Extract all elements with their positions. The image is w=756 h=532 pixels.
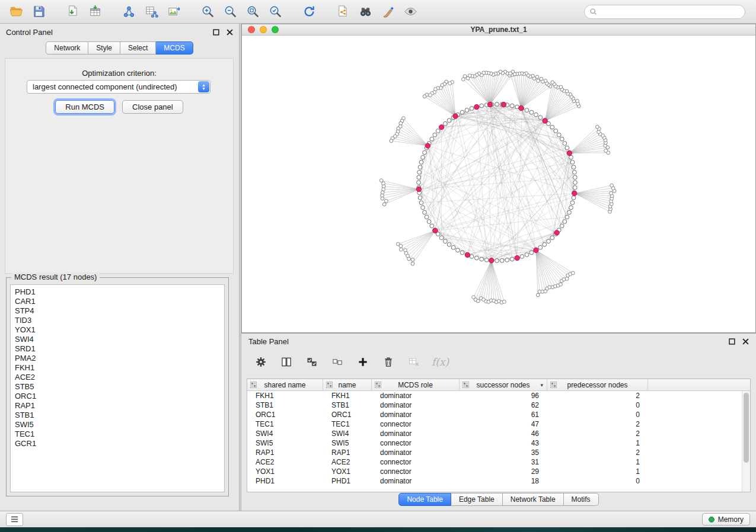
column-label: name: [338, 381, 356, 389]
mcds-list-item[interactable]: PHD1: [15, 287, 224, 297]
run-mcds-button[interactable]: Run MCDS: [55, 100, 114, 114]
mcds-list-item[interactable]: SWI4: [15, 335, 224, 344]
mcds-list-item[interactable]: SRD1: [15, 344, 224, 354]
table-cell: ACE2: [247, 458, 323, 466]
tab-edge-table[interactable]: Edge Table: [451, 493, 503, 506]
mcds-list-item[interactable]: PMA2: [15, 354, 224, 363]
zoom-selected-button[interactable]: [265, 2, 286, 21]
column-header-successor-nodes[interactable]: successor nodes▾: [460, 379, 547, 390]
table-cell: PHD1: [323, 477, 372, 485]
add-row-button[interactable]: [355, 354, 371, 370]
table-header-row: shared namenameMCDS rolesuccessor nodes▾…: [247, 379, 750, 391]
table-row[interactable]: YOX1YOX1connector291: [247, 467, 750, 476]
table-row[interactable]: STB1STB1dominator620: [247, 400, 750, 410]
show-hide-graphics-button[interactable]: [400, 2, 421, 21]
table-cell: connector: [372, 420, 460, 428]
delete-row-button[interactable]: [381, 354, 396, 370]
find-button[interactable]: [355, 2, 376, 21]
mcds-list-item[interactable]: STP4: [15, 306, 224, 316]
tab-network-table[interactable]: Network Table: [503, 493, 564, 506]
table-row[interactable]: ORC1ORC1dominator610: [247, 410, 750, 419]
new-table-button[interactable]: [141, 2, 162, 21]
export-image-button[interactable]: [164, 2, 184, 21]
eye-icon: [404, 5, 417, 18]
panel-menu-button[interactable]: [6, 513, 23, 526]
tab-network[interactable]: Network: [46, 41, 88, 55]
maximize-window-light[interactable]: [272, 26, 279, 33]
tab-style[interactable]: Style: [88, 41, 120, 55]
mcds-list-item[interactable]: YOX1: [15, 325, 224, 335]
column-header-shared-name[interactable]: shared name: [247, 379, 323, 390]
mcds-list-item[interactable]: TID3: [15, 316, 224, 325]
mcds-list-item[interactable]: STB1: [15, 411, 224, 420]
close-table-panel-button[interactable]: [742, 338, 749, 345]
mcds-list-item[interactable]: TEC1: [15, 430, 224, 439]
table-cell: dominator: [372, 430, 460, 438]
search-field[interactable]: [584, 5, 745, 19]
table-cell: 35: [460, 448, 547, 457]
select-all-rows-button[interactable]: [304, 354, 320, 370]
mcds-result-list[interactable]: PHD1CAR1STP4TID3YOX1SWI4SRD1PMA2FKH1ACE2…: [10, 284, 225, 492]
network-canvas[interactable]: [242, 36, 755, 333]
table-row[interactable]: SWI5SWI5connector431: [247, 438, 750, 448]
new-network-button[interactable]: [119, 2, 139, 21]
close-panel-action-button[interactable]: Close panel: [122, 100, 183, 114]
scrollbar-thumb[interactable]: [744, 393, 749, 463]
search-input[interactable]: [600, 7, 740, 17]
table-cell: SWI4: [247, 430, 323, 438]
show-columns-button[interactable]: [279, 354, 294, 370]
tab-node-table[interactable]: Node Table: [398, 493, 451, 506]
table-row[interactable]: PHD1PHD1dominator180: [247, 476, 750, 486]
table-settings-button[interactable]: [253, 354, 269, 370]
column-header-name[interactable]: name: [323, 379, 372, 390]
mcds-list-item[interactable]: CAR1: [15, 297, 224, 306]
close-panel-button[interactable]: [226, 28, 233, 36]
table-cell: RAP1: [247, 448, 323, 457]
table-cell: connector: [372, 458, 460, 466]
deselect-all-rows-button[interactable]: [330, 354, 345, 370]
tab-mcds[interactable]: MCDS: [156, 41, 193, 55]
zoom-fit-button[interactable]: [243, 2, 263, 21]
import-network-file-button[interactable]: [62, 2, 83, 21]
table-row[interactable]: FKH1FKH1dominator962: [247, 391, 750, 400]
open-folder-icon: [9, 5, 23, 18]
import-table-file-button[interactable]: [85, 2, 106, 21]
float-table-panel-button[interactable]: [728, 338, 735, 345]
mcds-list-item[interactable]: STB5: [15, 382, 224, 392]
table-scrollbar[interactable]: [742, 391, 750, 492]
table-cell: 47: [460, 420, 547, 428]
tab-motifs[interactable]: Motifs: [564, 493, 599, 506]
table-row[interactable]: RAP1RAP1dominator352: [247, 448, 750, 457]
network-view-titlebar[interactable]: YPA_prune.txt_1: [242, 24, 755, 36]
refresh-view-button[interactable]: [299, 2, 320, 21]
zoom-in-button[interactable]: [197, 2, 218, 21]
dropdown-stepper[interactable]: ▲▼: [198, 81, 209, 92]
save-session-button[interactable]: [28, 2, 49, 21]
main-toolbar: [0, 0, 756, 24]
table-row[interactable]: TEC1TEC1connector472: [247, 419, 750, 429]
column-header-mcds-role[interactable]: MCDS role: [372, 379, 460, 390]
mcds-list-item[interactable]: ACE2: [15, 373, 224, 382]
open-session-button[interactable]: [6, 2, 27, 21]
mcds-list-item[interactable]: SWI5: [15, 420, 224, 430]
tab-select[interactable]: Select: [120, 41, 156, 55]
mcds-list-item[interactable]: RAP1: [15, 401, 224, 411]
binoculars-icon: [359, 5, 372, 18]
minimize-window-light[interactable]: [260, 26, 267, 33]
network-from-selection-button[interactable]: [333, 2, 353, 21]
float-panel-button[interactable]: [212, 28, 219, 36]
criterion-dropdown[interactable]: largest connected component (undirected)…: [27, 80, 210, 94]
column-label: successor nodes: [476, 381, 529, 389]
status-bar: Memory: [0, 511, 756, 527]
table-row[interactable]: SWI4SWI4dominator462: [247, 429, 750, 438]
column-header-predecessor-nodes[interactable]: predecessor nodes: [547, 379, 648, 390]
table-row[interactable]: ACE2ACE2connector311: [247, 457, 750, 467]
memory-button[interactable]: Memory: [702, 513, 750, 525]
apply-style-button[interactable]: [378, 2, 398, 21]
mcds-list-item[interactable]: GCR1: [15, 439, 224, 448]
mcds-list-item[interactable]: FKH1: [15, 363, 224, 373]
zoom-out-button[interactable]: [220, 2, 241, 21]
close-window-light[interactable]: [248, 26, 255, 33]
table-cell: ACE2: [323, 458, 372, 466]
mcds-list-item[interactable]: ORC1: [15, 392, 224, 401]
